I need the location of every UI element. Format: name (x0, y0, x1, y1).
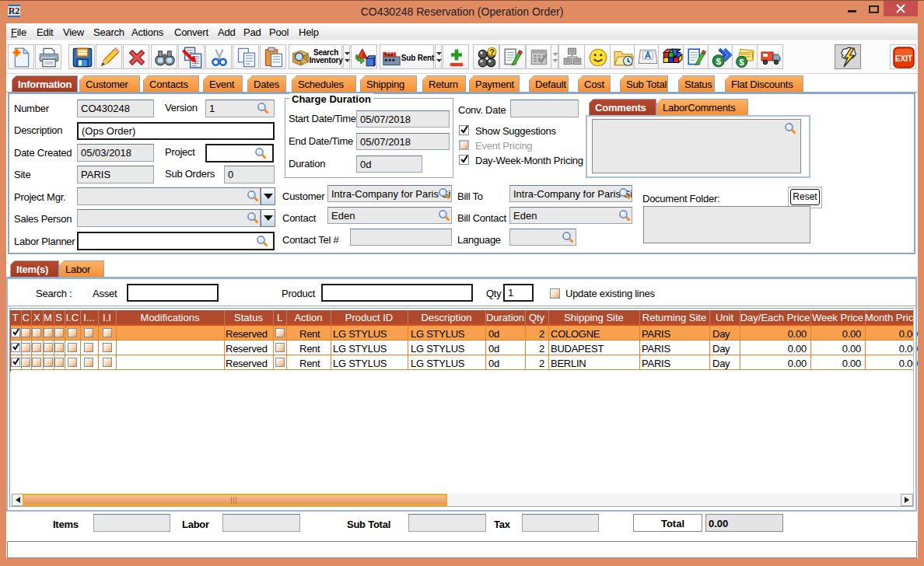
svg-text:$: $ (716, 56, 721, 67)
svg-text:EXIT: EXIT (895, 54, 913, 63)
svg-text:?: ? (489, 47, 495, 57)
svg-text:$: $ (740, 58, 744, 67)
